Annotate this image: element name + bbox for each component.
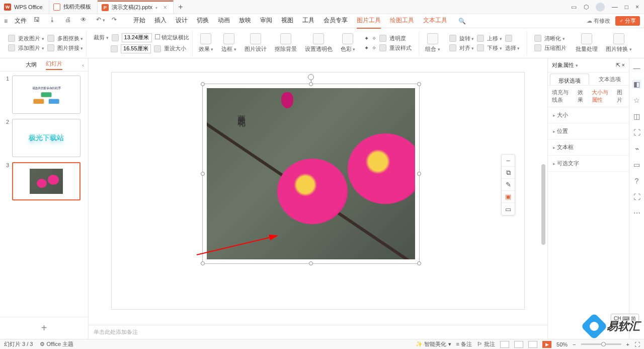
subtab-size[interactable]: 大小与属性 (592, 89, 611, 104)
file-menu[interactable]: 文件 (13, 17, 29, 25)
clarity-button[interactable]: 清晰化 (544, 35, 565, 42)
subtab-picture[interactable]: 图片 (617, 89, 625, 104)
comments-button[interactable]: 🏳 批注 (477, 340, 495, 348)
section-size[interactable]: 大小 (548, 107, 629, 123)
color-button[interactable]: 色彩 (339, 30, 358, 56)
tab-start[interactable]: 开始 (133, 13, 145, 29)
tab-review[interactable]: 审阅 (260, 13, 272, 29)
rotate-button[interactable]: 旋转 (459, 35, 474, 42)
tab-view[interactable]: 视图 (281, 13, 293, 29)
tab-text-tools[interactable]: 文本工具 (423, 13, 447, 29)
strip-animation-icon[interactable]: ⛶ (632, 128, 641, 137)
tab-picture-tools[interactable]: 图片工具 (357, 13, 381, 29)
tab-slideshow[interactable]: 放映 (239, 13, 251, 29)
preview-icon[interactable]: 👁 (80, 16, 91, 26)
pane-close-icon[interactable]: × (622, 62, 625, 68)
zoom-label[interactable]: 50% (556, 341, 568, 347)
notes-area[interactable]: 单击此处添加备注 (89, 325, 547, 339)
section-alt-text[interactable]: 可选文字 (548, 156, 629, 172)
strip-tools-icon[interactable]: ⌁ (632, 144, 641, 153)
strip-more-icon[interactable]: ⋯ (632, 208, 641, 218)
resize-handle[interactable] (309, 82, 313, 86)
resize-handle[interactable] (417, 172, 421, 176)
slide-thumb-2[interactable]: 极光下载站 (12, 119, 80, 157)
resize-handle[interactable] (201, 82, 205, 86)
combine-button[interactable]: 组合 (423, 30, 442, 56)
hamburger-icon[interactable]: ≡ (4, 18, 8, 25)
theme-label[interactable]: ⚙ Office 主题 (40, 340, 73, 348)
effect-button[interactable]: 效果 (197, 30, 216, 56)
tab-app[interactable]: W WPS Office (0, 1, 49, 14)
export-icon[interactable]: ⭳ (49, 16, 60, 26)
panel-collapse-icon[interactable]: ‹ (82, 62, 84, 68)
batch-button[interactable]: 批量处理 (574, 30, 600, 56)
reset-size-button[interactable]: 重设大小 (164, 45, 186, 52)
height-input[interactable] (121, 44, 151, 53)
maximize-icon[interactable]: □ (625, 4, 628, 11)
tab-tools[interactable]: 工具 (302, 13, 314, 29)
modified-badge[interactable]: 有修改 (587, 17, 610, 25)
transparency-button[interactable]: 透明度 (389, 35, 406, 42)
app-box-icon[interactable]: ▭ (571, 4, 577, 11)
strip-template-icon[interactable]: ▭ (632, 160, 641, 169)
slide-thumb-3[interactable] (12, 162, 80, 200)
slides-tab[interactable]: 幻灯片 (46, 60, 62, 70)
strip-resource-icon[interactable]: ⛶ (632, 192, 641, 201)
smart-beauty-button[interactable]: ✨ 智能美化 ▾ (416, 340, 451, 348)
subtab-fill[interactable]: 填充与线条 (552, 89, 572, 104)
resize-handle[interactable] (201, 261, 205, 265)
resize-handle[interactable] (417, 82, 421, 86)
compress-button[interactable]: 压缩图片 (544, 44, 567, 52)
border-button[interactable]: 边框 (219, 30, 238, 56)
zoom-in-icon[interactable]: + (626, 341, 629, 347)
text-options-tab[interactable]: 文本选项 (591, 73, 629, 85)
fit-icon[interactable]: ⛶ (634, 341, 640, 347)
tab-animation[interactable]: 动画 (218, 13, 230, 29)
subtab-effect[interactable]: 效果 (578, 89, 586, 104)
pane-title[interactable]: 对象属性 (552, 61, 578, 69)
brightness-icon[interactable]: ✦ (364, 35, 369, 42)
strip-collapse-icon[interactable]: — (632, 63, 641, 73)
redo-icon[interactable]: ↷ (112, 16, 122, 26)
width-input[interactable] (122, 33, 152, 42)
bright-down-icon[interactable]: ✦ (364, 45, 369, 51)
view-reading-icon[interactable] (528, 341, 537, 348)
tab-templates[interactable]: 找稻壳模板 (49, 1, 98, 14)
strip-help-icon[interactable]: ? (632, 176, 641, 185)
app-cube-icon[interactable]: ⬡ (584, 4, 589, 11)
shape-options-tab[interactable]: 形状选项 (550, 74, 589, 85)
select-button[interactable]: 选择 (505, 44, 520, 52)
set-transparent-button[interactable]: 设置透明色 (303, 30, 335, 56)
print-icon[interactable]: 🖨 (65, 16, 75, 26)
search-icon[interactable]: 🔍 (458, 18, 466, 25)
undo-icon[interactable]: ↶ (96, 16, 107, 26)
multi-crop-button[interactable]: 多图抠换 (57, 35, 84, 42)
float-edit-icon[interactable]: ✎ (502, 179, 515, 191)
slide-thumb-1[interactable]: 请选择您要保存的程序 (12, 76, 80, 114)
vertical-scrollbar[interactable] (541, 74, 546, 305)
section-textbox[interactable]: 文本框 (548, 139, 629, 156)
slide-canvas[interactable]: 美丽的花花！ (112, 73, 524, 309)
bring-fwd-button[interactable]: 上移 (487, 35, 502, 42)
view-slideshow-icon[interactable]: ▶ (542, 341, 551, 348)
pane-pin-icon[interactable]: ⇱ (616, 62, 620, 68)
tab-insert[interactable]: 插入 (154, 13, 167, 29)
strip-star-icon[interactable]: ☆ (632, 96, 641, 105)
zoom-out-icon[interactable]: − (573, 341, 576, 347)
rotate-handle[interactable] (308, 74, 314, 80)
contrast-icon[interactable]: ✧ (372, 35, 376, 42)
tab-transition[interactable]: 切换 (197, 13, 209, 29)
notes-button[interactable]: ≡ 备注 (456, 340, 472, 348)
collage-button[interactable]: 图片拼接 (57, 44, 84, 52)
view-normal-icon[interactable] (500, 341, 509, 348)
tab-design[interactable]: 设计 (176, 13, 188, 29)
send-back-button[interactable]: 下移 (487, 44, 502, 52)
resize-handle[interactable] (309, 261, 313, 265)
share-button[interactable]: ♂ 分享 (615, 16, 640, 26)
float-collapse-icon[interactable]: – (502, 155, 515, 167)
view-sorter-icon[interactable] (514, 341, 523, 348)
contrast-down-icon[interactable]: ✧ (372, 45, 376, 51)
tab-add-button[interactable]: + (174, 3, 188, 12)
add-image-button[interactable]: 添加图片 (18, 44, 44, 52)
float-crop-icon[interactable]: ▭ (502, 203, 515, 215)
